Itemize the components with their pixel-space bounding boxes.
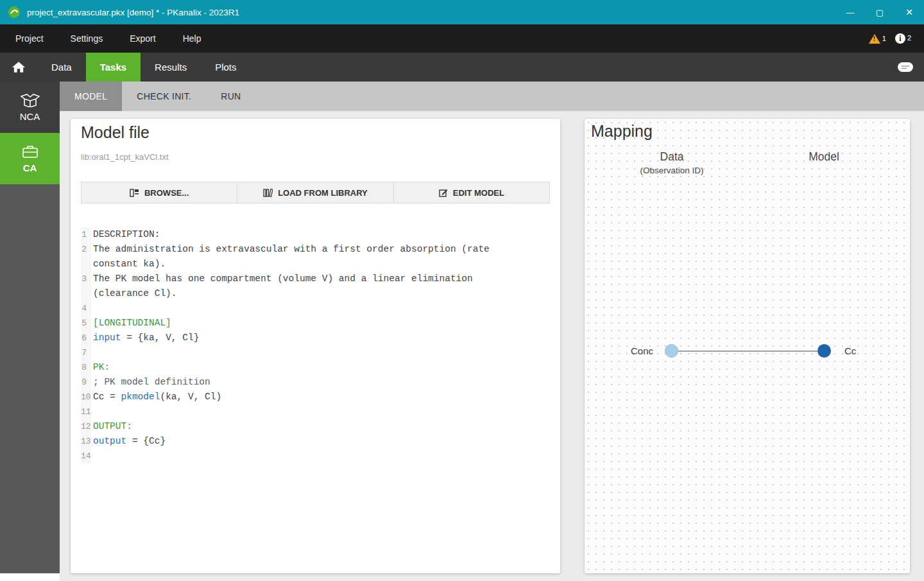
menu-project[interactable]: Project [15,33,44,44]
edit-icon [439,188,448,197]
code-text: DESCRIPTION: [91,227,516,242]
data-observation-label: Conc [585,345,653,356]
window-title: project_extravascular.pkx [demo] * - PKa… [27,8,239,17]
line-number: 8 [81,360,91,375]
home-icon [12,61,26,73]
code-text: input = {ka, V, Cl} [91,331,516,345]
line-number: 14 [81,449,91,464]
maximize-button[interactable]: ▢ [865,0,894,24]
tab-data[interactable]: Data [37,53,86,82]
app-logo-icon [8,6,21,19]
code-text: output = {Cc} [91,434,516,449]
line-number: 13 [81,434,91,449]
minimize-button[interactable]: — [835,0,865,24]
line-number: 9 [81,375,91,390]
line-number: 10 [81,390,91,404]
browse-button[interactable]: BROWSE... [81,182,237,204]
model-connector-dot[interactable] [817,344,831,358]
titlebar: project_extravascular.pkx [demo] * - PKa… [0,0,924,24]
code-line: 9; PK model definition [81,375,550,390]
code-line: 7 [81,345,550,360]
data-subheader: (Observation ID) [620,166,723,175]
task-tabbar: MODEL CHECK INIT. RUN [60,82,924,111]
model-file-panel: Model file lib:oral1_1cpt_kaVCl.txt BROW… [71,119,560,573]
menu-export[interactable]: Export [130,33,155,44]
library-icon [263,189,273,197]
code-text: ; PK model definition [91,375,516,390]
home-button[interactable] [0,53,37,82]
analysis-sidebar: NCA CA [0,82,60,573]
code-text: The PK model has one compartment (volume… [91,272,516,301]
line-number: 11 [81,404,91,419]
mapping-panel: Mapping Data (Observation ID) Model Conc… [585,119,910,573]
code-line: 12OUTPUT: [81,419,550,434]
case-icon [22,144,38,159]
line-number: 6 [81,331,91,345]
mapping-connection-line [678,351,817,352]
panel-title: Mapping [591,121,653,141]
tab-check-init[interactable]: CHECK INIT. [122,82,206,111]
edit-model-button[interactable]: EDIT MODEL [393,182,550,204]
button-label: EDIT MODEL [453,188,504,198]
code-line: 4 [81,301,550,316]
tab-tasks[interactable]: Tasks [86,53,141,82]
line-number: 1 [81,227,91,242]
mapping-row: Conc Cc [585,344,856,358]
main-tabbar: Data Tasks Results Plots [0,53,924,82]
load-from-library-button[interactable]: LOAD FROM LIBRARY [237,182,393,204]
code-line: 14 [81,449,550,464]
line-number: 5 [81,316,91,331]
sidebar-item-label: NCA [20,111,40,122]
line-number: 4 [81,301,91,316]
browse-icon [130,189,139,197]
sidebar-item-label: CA [23,162,37,173]
warning-icon [869,34,880,44]
code-text [91,404,516,419]
tab-plots[interactable]: Plots [201,53,250,82]
menu-settings[interactable]: Settings [71,33,103,44]
tab-run[interactable]: RUN [206,82,255,111]
code-text: OUTPUT: [91,419,516,434]
mapping-data-column-header: Data (Observation ID) [620,150,723,175]
code-text: PK: [91,360,516,375]
panel-title: Model file [81,123,550,142]
sidebar-item-ca[interactable]: CA [0,133,60,184]
line-number: 3 [81,272,91,301]
code-editor[interactable]: 1DESCRIPTION:2The administration is extr… [81,227,550,464]
info-count: 2 [907,34,911,42]
open-box-icon [21,93,40,107]
code-line: 13output = {Cc} [81,434,550,449]
tab-results[interactable]: Results [141,53,201,82]
info-indicator[interactable]: i 2 [895,33,911,44]
data-connector-dot[interactable] [665,344,678,358]
feedback-button[interactable] [897,53,924,82]
code-text [91,301,516,316]
data-header: Data [620,150,723,164]
menubar: Project Settings Export Help 1 i 2 [0,24,924,53]
menu-help[interactable]: Help [183,33,201,44]
line-number: 2 [81,242,91,272]
code-line: 2The administration is extravascular wit… [81,242,550,272]
feedback-icon [897,62,914,73]
code-line: 11 [81,404,550,419]
line-number: 7 [81,345,91,360]
content-area: Model file lib:oral1_1cpt_kaVCl.txt BROW… [60,111,924,581]
button-label: BROWSE... [144,188,189,198]
code-line: 5[LONGITUDINAL] [81,316,550,331]
close-button[interactable]: ✕ [894,0,924,24]
tab-model[interactable]: MODEL [60,82,122,111]
mapping-model-column-header: Model [773,150,875,164]
line-number: 12 [81,419,91,434]
code-line: 10Cc = pkmodel(ka, V, Cl) [81,390,550,404]
model-actions: BROWSE... LOAD FROM LIBRARY EDIT MODEL [81,182,550,204]
window-controls: — ▢ ✕ [835,0,924,24]
model-header: Model [773,150,875,164]
code-text: Cc = pkmodel(ka, V, Cl) [91,390,516,404]
info-icon: i [895,33,905,44]
code-text: [LONGITUDINAL] [91,316,516,331]
code-line: 8PK: [81,360,550,375]
code-line: 6input = {ka, V, Cl} [81,331,550,345]
warning-indicator[interactable]: 1 [869,34,886,44]
sidebar-item-nca[interactable]: NCA [0,82,60,133]
model-output-label: Cc [844,345,856,356]
